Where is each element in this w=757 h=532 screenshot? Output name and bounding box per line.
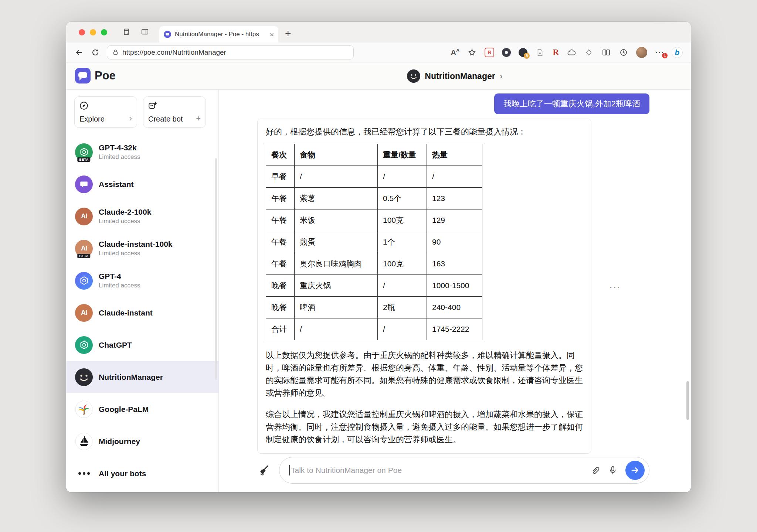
bing-icon[interactable]: b — [672, 47, 683, 58]
bot-name: Claude-instant-100k — [99, 240, 173, 249]
text-caret — [289, 465, 290, 475]
message-input[interactable]: Talk to NutritionManager on Poe — [279, 457, 649, 484]
sidebar-panel-icon[interactable] — [140, 27, 150, 37]
openai-avatar-icon — [75, 336, 93, 354]
palm-avatar-icon — [75, 400, 93, 418]
split-screen-icon[interactable] — [601, 48, 611, 57]
bubble-avatar-icon — [75, 175, 93, 193]
table-cell: / — [378, 166, 427, 188]
anthropic-avatar-icon: AI — [75, 304, 93, 322]
minimize-window-button[interactable] — [90, 29, 96, 35]
chevron-right-icon: › — [129, 114, 132, 123]
sidebar-item-all-your-bots[interactable]: All your bots — [66, 457, 218, 490]
message-actions-icon[interactable]: ⋯ — [609, 280, 621, 294]
sidebar-item-claude-instant[interactable]: AIClaude-instant — [66, 297, 218, 329]
profile-avatar[interactable] — [636, 47, 647, 58]
table-row: 晚餐啤酒2瓶240-400 — [266, 297, 482, 318]
table-cell: 早餐 — [266, 166, 295, 188]
history-icon[interactable] — [619, 48, 628, 57]
maximize-window-button[interactable] — [101, 29, 107, 35]
table-cell: 2瓶 — [378, 297, 427, 318]
address-bar[interactable]: https://poe.com/NutritionManager — [107, 45, 354, 59]
bot-paragraph: 综合以上情况，我建议您适量控制重庆火锅和啤酒的摄入，增加蔬菜和水果的摄入，保证营… — [266, 408, 583, 446]
composer: Talk to NutritionManager on Poe — [219, 457, 691, 484]
microphone-icon[interactable] — [608, 465, 618, 475]
sidebar-item-gpt-4-32k[interactable]: BETAGPT-4-32kLimited access — [66, 136, 218, 168]
table-cell: 啤酒 — [295, 297, 378, 318]
table-cell: / — [295, 318, 378, 340]
url-text: https://poe.com/NutritionManager — [122, 48, 226, 57]
table-cell: 紫薯 — [295, 188, 378, 209]
table-cell: 90 — [427, 231, 482, 253]
table-cell: / — [378, 318, 427, 340]
bot-subtitle: Limited access — [99, 153, 140, 161]
reader-aa-icon[interactable]: AA — [451, 48, 460, 57]
sidebar-item-midjourney[interactable]: Midjourney — [66, 425, 218, 457]
explore-card[interactable]: Explore › — [74, 96, 137, 128]
sidebar-item-claude-instant-100k[interactable]: AIBETAClaude-instant-100kLimited access — [66, 232, 218, 265]
chat-scrollbar[interactable] — [686, 381, 689, 420]
lock-icon — [112, 49, 119, 55]
tab-strip: NutritionManager - Poe - https × + — [66, 22, 691, 42]
favorites-star-icon[interactable] — [467, 48, 477, 57]
table-cell: 240-400 — [427, 297, 482, 318]
table-cell: 米饭 — [295, 209, 378, 231]
openai-avatar-icon: BETA — [75, 143, 93, 161]
table-cell: 奥尔良口味鸡胸肉 — [295, 253, 378, 275]
table-header-cell: 餐次 — [266, 144, 295, 166]
attach-file-icon[interactable] — [590, 465, 600, 475]
back-icon[interactable] — [74, 48, 84, 57]
table-cell: 重庆火锅 — [295, 275, 378, 297]
bot-subtitle: Limited access — [99, 250, 173, 257]
browser-tab[interactable]: NutritionManager - Poe - https × — [159, 26, 278, 42]
send-button[interactable] — [625, 461, 645, 480]
anthropic-avatar-icon: AI — [75, 208, 93, 225]
extension-icon[interactable] — [584, 48, 594, 57]
table-cell: 合计 — [266, 318, 295, 340]
extension-reader-icon[interactable]: R — [485, 48, 494, 57]
clear-context-icon[interactable] — [258, 464, 270, 476]
sidebar: Explore › Create bot + BETAGPT-4-32kLimi… — [66, 90, 219, 492]
table-cell: 123 — [427, 188, 482, 209]
beta-badge: BETA — [77, 157, 90, 162]
beta-badge: BETA — [77, 254, 90, 258]
table-header-cell: 热量 — [427, 144, 482, 166]
chat-header[interactable]: NutritionManager › — [219, 62, 691, 90]
table-cell: 1个 — [378, 231, 427, 253]
ellipsis-icon — [75, 472, 93, 475]
anthropic-mark: AI — [81, 212, 87, 220]
browser-menu-icon[interactable]: ⋯ 1 — [655, 48, 664, 57]
sidebar-item-nutritionmanager[interactable]: NutritionManager — [66, 361, 218, 393]
table-row: 午餐煎蛋1个90 — [266, 231, 482, 253]
sidebar-item-chatgpt[interactable]: ChatGPT — [66, 329, 218, 361]
sidebar-item-google-palm[interactable]: Google-PaLM — [66, 393, 218, 425]
traffic-lights — [79, 29, 107, 35]
bot-name: Midjourney — [99, 437, 140, 446]
boat-avatar-icon — [75, 433, 93, 450]
sidebar-scrollbar[interactable] — [215, 158, 217, 380]
poe-logo[interactable]: Poe — [75, 68, 116, 83]
extension-r-icon[interactable]: R — [553, 48, 559, 57]
extension-blocker-icon[interactable]: 8 — [519, 48, 527, 57]
table-cell: 午餐 — [266, 188, 295, 209]
table-cell: / — [378, 275, 427, 297]
poe-logo-icon — [75, 68, 91, 83]
reload-icon[interactable] — [91, 48, 100, 57]
document-icon[interactable] — [535, 48, 545, 57]
tab-overview-icon[interactable] — [121, 27, 130, 37]
sidebar-item-claude-2-100k[interactable]: AIClaude-2-100kLimited access — [66, 200, 218, 232]
bot-intro-text: 好的，根据您提供的信息，我已经帮您计算了以下三餐的能量摄入情况： — [266, 126, 583, 138]
cloud-icon[interactable] — [567, 48, 576, 57]
table-cell: 129 — [427, 209, 482, 231]
extension-password-icon[interactable] — [502, 48, 511, 57]
table-row: 午餐米饭100克129 — [266, 209, 482, 231]
close-window-button[interactable] — [79, 29, 85, 35]
tab-close-icon[interactable]: × — [270, 31, 274, 38]
bot-name: Claude-instant — [99, 308, 153, 317]
new-tab-button[interactable]: + — [285, 28, 291, 39]
sidebar-item-assistant[interactable]: Assistant — [66, 168, 218, 200]
sidebar-item-gpt-4[interactable]: GPT-4Limited access — [66, 265, 218, 297]
table-cell: 100克 — [378, 209, 427, 231]
bot-name: Assistant — [99, 180, 134, 189]
create-bot-card[interactable]: Create bot + — [143, 96, 206, 128]
